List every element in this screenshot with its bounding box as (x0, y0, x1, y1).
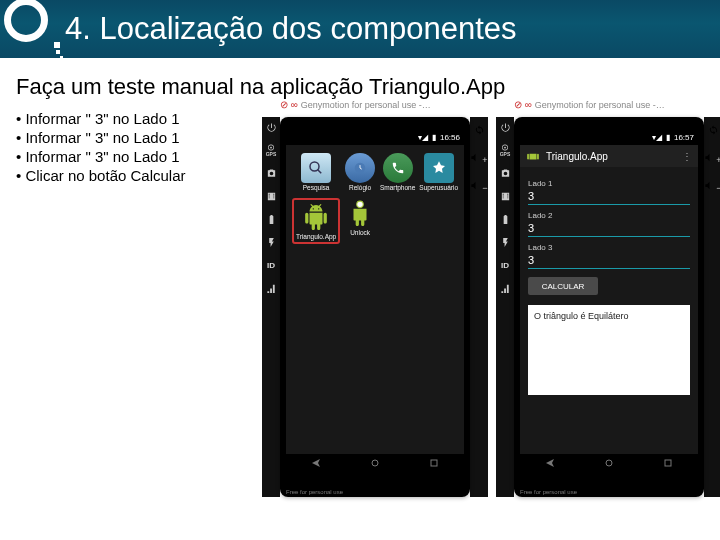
label-lado2: Lado 2 (528, 211, 690, 220)
device-frame: ▾◢ ▮ 16:57 Triangulo.App ⋮ Lado 1 3 Lado… (514, 117, 704, 497)
volume-up-icon[interactable]: + (704, 149, 720, 167)
logo (4, 0, 48, 42)
signal-icon[interactable] (265, 282, 278, 295)
slide-title: 4. Localização dos componentes (65, 11, 517, 47)
input-lado3[interactable]: 3 (528, 252, 690, 269)
status-bar: ▾◢ ▮ 16:57 (520, 129, 698, 145)
back-icon[interactable] (310, 457, 322, 469)
status-bar: ▾◢ ▮ 16:56 (286, 129, 464, 145)
power-icon[interactable] (499, 121, 512, 134)
emulator-2: GPS ID ⊘ ∞ Genymotion for personal use -… (496, 117, 720, 497)
device-screen: ▾◢ ▮ 16:57 Triangulo.App ⋮ Lado 1 3 Lado… (520, 129, 698, 472)
recent-icon[interactable] (662, 457, 674, 469)
label-lado1: Lado 1 (528, 179, 690, 188)
emulator-1: GPS ID ⊘ ∞ Genymotion for personal use -… (262, 117, 488, 497)
android-icon (526, 149, 540, 163)
svg-rect-5 (431, 460, 437, 466)
app-pesquisa[interactable]: Pesquisa (292, 153, 340, 192)
app-smartphone[interactable]: Smartphone (380, 153, 415, 192)
bolt-icon[interactable] (499, 236, 512, 249)
emulator-window-title: ⊘ ∞ Genymotion for personal use -… (280, 99, 470, 110)
device-footer: Free for personal use (286, 489, 343, 495)
form-area: Lado 1 3 Lado 2 3 Lado 3 3 CALCULAR O tr… (520, 167, 698, 401)
battery-status-icon: ▮ (432, 133, 436, 142)
device-screen: ▾◢ ▮ 16:56 Pesquisa Relógio (286, 129, 464, 472)
signal-icon: ▾◢ (652, 133, 662, 142)
emulator-screenshots: GPS ID ⊘ ∞ Genymotion for personal use -… (262, 117, 720, 497)
clock: 16:56 (440, 133, 460, 142)
app-grid: Pesquisa Relógio Smartphone Superus (286, 145, 464, 252)
film-icon[interactable] (499, 190, 512, 203)
home-icon[interactable] (369, 457, 381, 469)
emulator-left-toolbar: GPS ID (496, 117, 514, 497)
volume-down-icon[interactable]: − (470, 177, 487, 195)
recent-icon[interactable] (428, 457, 440, 469)
emulator-left-toolbar: GPS ID (262, 117, 280, 497)
android-navbar (286, 454, 464, 472)
result-text: O triângulo é Equilátero (528, 305, 690, 395)
back-icon[interactable] (544, 457, 556, 469)
battery-icon[interactable] (265, 213, 278, 226)
svg-point-0 (270, 147, 272, 149)
gps-icon[interactable]: GPS (499, 144, 512, 157)
subtitle: Faça um teste manual na aplicação Triang… (16, 74, 704, 100)
battery-icon[interactable] (499, 213, 512, 226)
app-action-bar: Triangulo.App ⋮ (520, 145, 698, 167)
emulator-window-title: ⊘ ∞ Genymotion for personal use -… (514, 99, 704, 110)
svg-point-6 (504, 147, 506, 149)
film-icon[interactable] (265, 190, 278, 203)
app-relogio[interactable]: Relógio (344, 153, 376, 192)
clock: 16:57 (674, 133, 694, 142)
signal-icon[interactable] (499, 282, 512, 295)
gps-icon[interactable]: GPS (265, 144, 278, 157)
svg-point-7 (606, 460, 612, 466)
rotate-icon[interactable] (474, 121, 485, 139)
emulator-right-toolbar: + − (704, 117, 720, 497)
label-lado3: Lado 3 (528, 243, 690, 252)
android-navbar (520, 454, 698, 472)
id-icon[interactable]: ID (499, 259, 512, 272)
camera-icon[interactable] (265, 167, 278, 180)
calcular-button[interactable]: CALCULAR (528, 277, 598, 295)
input-lado2[interactable]: 3 (528, 220, 690, 237)
app-triangulo[interactable]: Triangulo.App (292, 198, 340, 245)
overflow-icon[interactable]: ⋮ (682, 151, 692, 162)
app-title: Triangulo.App (546, 151, 608, 162)
device-footer: Free for personal use (520, 489, 577, 495)
rotate-icon[interactable] (708, 121, 719, 139)
signal-icon: ▾◢ (418, 133, 428, 142)
svg-point-4 (372, 460, 378, 466)
power-icon[interactable] (265, 121, 278, 134)
battery-status-icon: ▮ (666, 133, 670, 142)
bolt-icon[interactable] (265, 236, 278, 249)
home-icon[interactable] (603, 457, 615, 469)
app-superusuario[interactable]: Superusuário (419, 153, 458, 192)
slide-header: 4. Localização dos componentes (0, 0, 720, 58)
device-frame: ▾◢ ▮ 16:56 Pesquisa Relógio (280, 117, 470, 497)
id-icon[interactable]: ID (265, 259, 278, 272)
app-unlock[interactable]: Unlock (344, 198, 376, 245)
emulator-right-toolbar: + − (470, 117, 488, 497)
svg-point-3 (357, 201, 364, 208)
volume-down-icon[interactable]: − (704, 177, 720, 195)
camera-icon[interactable] (499, 167, 512, 180)
volume-up-icon[interactable]: + (470, 149, 487, 167)
svg-rect-8 (665, 460, 671, 466)
input-lado1[interactable]: 3 (528, 188, 690, 205)
